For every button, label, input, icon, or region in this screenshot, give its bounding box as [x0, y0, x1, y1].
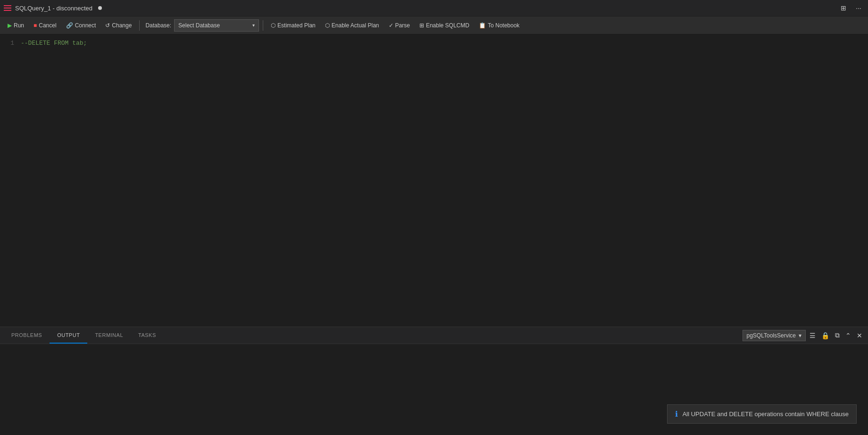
tab-output[interactable]: OUTPUT [50, 327, 87, 344]
output-chevron-icon: ▾ [799, 332, 801, 339]
estimated-plan-button[interactable]: ⬡ Estimated Plan [267, 20, 319, 31]
line-number-1: 1 [0, 38, 14, 48]
toolbar: ▶ Run ■ Cancel 🔗 Connect ↺ Change Databa… [0, 16, 868, 34]
chevron-down-icon: ▾ [252, 23, 255, 28]
hamburger-icon[interactable] [4, 5, 11, 11]
database-selected-value: Select Database [178, 22, 220, 29]
tab-title: SQLQuery_1 - disconnected [15, 5, 92, 12]
scrollbar-right[interactable] [864, 34, 868, 327]
change-label: Change [112, 22, 132, 29]
estimated-plan-icon: ⬡ [271, 22, 275, 29]
database-label: Database: [145, 22, 171, 29]
title-bar-right: ⊞ ··· [838, 3, 864, 13]
editor-area: 1 --DELETE FROM tab; [0, 34, 868, 327]
output-source-value: pgSQLToolsService [747, 332, 796, 339]
cancel-label: Cancel [39, 22, 56, 29]
enable-sqlcmd-label: Enable SQLCMD [426, 22, 469, 29]
editor-content[interactable]: --DELETE FROM tab; [19, 34, 864, 327]
app-logo [4, 5, 11, 11]
panel-right-controls: pgSQLToolsService ▾ ☰ 🔒 ⧉ ⌃ ✕ [743, 330, 865, 341]
panel-close-icon[interactable]: ✕ [855, 331, 864, 340]
parse-label: Parse [395, 22, 410, 29]
tab-problems-label: PROBLEMS [11, 332, 42, 338]
parse-button[interactable]: ✓ Parse [385, 20, 414, 31]
connect-label: Connect [75, 22, 96, 29]
database-section: Database: Select Database ▾ [145, 19, 259, 32]
run-icon: ▶ [8, 22, 12, 29]
toast-notification: ℹ All UPDATE and DELETE operations conta… [667, 404, 857, 424]
toast-message: All UPDATE and DELETE operations contain… [683, 410, 849, 418]
output-lock-icon[interactable]: 🔒 [819, 331, 831, 340]
layout-button[interactable]: ⊞ [838, 3, 849, 13]
unsaved-dot [98, 6, 102, 10]
actual-plan-icon: ⬡ [325, 22, 330, 29]
output-list-icon[interactable]: ☰ [808, 331, 818, 340]
code-line-1: --DELETE FROM tab; [21, 38, 862, 48]
title-bar-left: SQLQuery_1 - disconnected [4, 5, 102, 12]
connect-icon: 🔗 [66, 22, 73, 29]
tab-tasks[interactable]: TASKS [131, 327, 164, 344]
change-button[interactable]: ↺ Change [101, 20, 135, 31]
tab-tasks-label: TASKS [138, 332, 156, 338]
toolbar-separator [139, 20, 140, 31]
cancel-button[interactable]: ■ Cancel [30, 20, 60, 31]
parse-icon: ✓ [389, 22, 393, 29]
enable-actual-plan-label: Enable Actual Plan [332, 22, 379, 29]
estimated-plan-label: Estimated Plan [277, 22, 316, 29]
to-notebook-button[interactable]: 📋 To Notebook [475, 20, 523, 31]
connect-button[interactable]: 🔗 Connect [62, 20, 100, 31]
panel-tabs: PROBLEMS OUTPUT TERMINAL TASKS pgSQLTool… [0, 327, 868, 344]
title-bar: SQLQuery_1 - disconnected ⊞ ··· [0, 0, 868, 16]
run-label: Run [14, 22, 24, 29]
change-icon: ↺ [105, 22, 110, 29]
enable-actual-plan-button[interactable]: ⬡ Enable Actual Plan [321, 20, 383, 31]
sqlcmd-icon: ⊞ [419, 22, 424, 29]
output-copy-icon[interactable]: ⧉ [833, 330, 842, 340]
line-numbers: 1 [0, 34, 19, 327]
cancel-icon: ■ [33, 22, 37, 29]
info-icon: ℹ [675, 410, 678, 419]
tab-output-label: OUTPUT [57, 332, 80, 338]
output-source-dropdown[interactable]: pgSQLToolsService ▾ [743, 330, 806, 341]
to-notebook-label: To Notebook [488, 22, 519, 29]
tab-problems[interactable]: PROBLEMS [4, 327, 50, 344]
enable-sqlcmd-button[interactable]: ⊞ Enable SQLCMD [416, 20, 473, 31]
more-options-button[interactable]: ··· [853, 3, 864, 13]
tab-terminal-label: TERMINAL [95, 332, 123, 338]
tab-terminal[interactable]: TERMINAL [87, 327, 131, 344]
database-dropdown[interactable]: Select Database ▾ [174, 19, 259, 32]
toolbar-separator-2 [263, 20, 263, 31]
notebook-icon: 📋 [479, 22, 486, 29]
panel-collapse-up-icon[interactable]: ⌃ [843, 331, 853, 340]
run-button[interactable]: ▶ Run [4, 20, 28, 31]
